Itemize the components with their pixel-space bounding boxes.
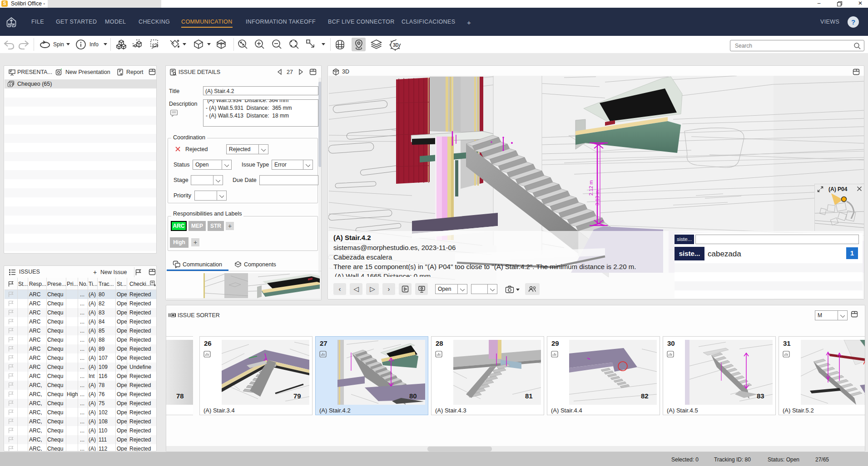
svg-text:2.12 m: 2.12 m bbox=[588, 180, 594, 196]
svg-text:3.13 m: 3.13 m bbox=[595, 190, 600, 206]
svg-text:3D: 3D bbox=[393, 43, 399, 48]
